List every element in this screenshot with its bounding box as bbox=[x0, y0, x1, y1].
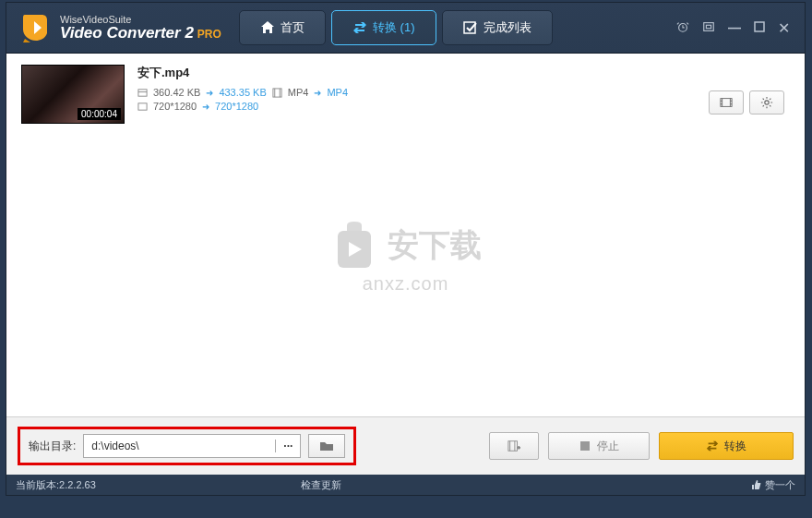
file-item[interactable]: 00:00:04 安下.mp4 360.42 KB ➜ 433.35 KB MP… bbox=[6, 54, 805, 135]
arrow-icon: ➜ bbox=[202, 102, 209, 112]
check-update-link[interactable]: 检查更新 bbox=[301, 478, 341, 492]
svg-rect-4 bbox=[755, 22, 764, 31]
output-label: 输出目录: bbox=[29, 439, 76, 454]
folder-icon bbox=[319, 440, 334, 452]
tab-home-label: 首页 bbox=[281, 19, 304, 36]
add-file-button[interactable] bbox=[489, 432, 539, 460]
window-controls: — ✕ bbox=[676, 19, 797, 37]
stop-label: 停止 bbox=[597, 439, 619, 454]
svg-rect-2 bbox=[704, 22, 714, 30]
arrow-icon: ➜ bbox=[206, 88, 213, 98]
convert-button[interactable]: 转换 bbox=[659, 432, 794, 460]
format-out: MP4 bbox=[327, 87, 348, 98]
maximize-button[interactable] bbox=[754, 20, 765, 35]
version-label: 当前版本:2.2.2.63 bbox=[16, 478, 96, 492]
file-actions bbox=[709, 90, 784, 114]
add-film-icon bbox=[508, 440, 520, 452]
duration-badge: 00:00:04 bbox=[78, 108, 121, 120]
video-thumbnail[interactable]: 00:00:04 bbox=[21, 65, 125, 124]
arrow-icon: ➜ bbox=[314, 88, 321, 98]
svg-rect-10 bbox=[338, 231, 371, 268]
svg-rect-5 bbox=[138, 89, 147, 95]
svg-rect-3 bbox=[706, 25, 710, 29]
app-logo-icon bbox=[19, 11, 53, 44]
film-icon bbox=[720, 96, 733, 109]
tab-completed-label: 完成列表 bbox=[484, 19, 531, 36]
stop-icon bbox=[579, 440, 591, 452]
watermark-icon bbox=[330, 220, 378, 271]
tab-convert-label: 转换 (1) bbox=[373, 19, 415, 36]
watermark: 安下载 anxz.com bbox=[330, 220, 482, 295]
resolution-icon bbox=[137, 102, 148, 112]
convert-label: 转换 bbox=[724, 439, 746, 454]
brand-line1: WiseVideoSuite bbox=[60, 14, 221, 25]
convert-icon bbox=[706, 440, 719, 452]
svg-rect-12 bbox=[580, 441, 590, 451]
convert-icon bbox=[352, 20, 367, 35]
tab-completed[interactable]: 完成列表 bbox=[442, 10, 553, 45]
close-button[interactable]: ✕ bbox=[778, 19, 790, 37]
output-path-input[interactable]: d:\videos\ ··· bbox=[83, 434, 301, 458]
thumbs-up-icon bbox=[750, 479, 761, 490]
resolution-out: 720*1280 bbox=[215, 101, 258, 112]
file-name: 安下.mp4 bbox=[137, 65, 696, 81]
watermark-text1: 安下载 bbox=[388, 224, 482, 267]
resolution-in: 720*1280 bbox=[153, 101, 197, 112]
tab-home[interactable]: 首页 bbox=[239, 10, 326, 45]
svg-rect-6 bbox=[273, 88, 281, 96]
size-out: 433.35 KB bbox=[219, 87, 266, 98]
svg-rect-7 bbox=[138, 102, 147, 109]
file-meta: 安下.mp4 360.42 KB ➜ 433.35 KB MP4 ➜ MP4 7… bbox=[137, 65, 696, 114]
svg-point-9 bbox=[765, 101, 769, 104]
content-area: 00:00:04 安下.mp4 360.42 KB ➜ 433.35 KB MP… bbox=[6, 53, 805, 475]
like-button[interactable]: 赞一个 bbox=[750, 478, 795, 492]
file-list: 00:00:04 安下.mp4 360.42 KB ➜ 433.35 KB MP… bbox=[6, 54, 805, 416]
browse-button[interactable]: ··· bbox=[275, 440, 293, 452]
edit-video-button[interactable] bbox=[709, 90, 744, 114]
open-folder-button[interactable] bbox=[308, 434, 345, 458]
footer-bar: 输出目录: d:\videos\ ··· 停止 转换 bbox=[6, 416, 805, 475]
minimize-button[interactable]: — bbox=[728, 20, 741, 35]
nav-tabs: 首页 转换 (1) 完成列表 bbox=[239, 10, 553, 45]
logo: WiseVideoSuite Video Converter 2 PRO bbox=[19, 11, 239, 44]
skin-icon[interactable] bbox=[702, 20, 715, 36]
checklist-icon bbox=[463, 20, 478, 35]
status-bar: 当前版本:2.2.2.63 检查更新 赞一个 bbox=[6, 475, 805, 495]
format-icon bbox=[272, 88, 282, 98]
output-area-highlight: 输出目录: d:\videos\ ··· bbox=[18, 427, 356, 465]
size-in: 360.42 KB bbox=[153, 87, 200, 98]
output-path-value: d:\videos\ bbox=[91, 440, 138, 452]
size-icon bbox=[137, 88, 148, 98]
format-in: MP4 bbox=[288, 87, 309, 98]
stop-button[interactable]: 停止 bbox=[548, 432, 650, 460]
tab-convert[interactable]: 转换 (1) bbox=[331, 10, 436, 45]
pro-badge: PRO bbox=[197, 29, 221, 41]
gear-icon bbox=[760, 96, 773, 109]
like-label: 赞一个 bbox=[765, 478, 795, 492]
titlebar: WiseVideoSuite Video Converter 2 PRO 首页 … bbox=[6, 3, 805, 53]
alarm-icon[interactable] bbox=[676, 20, 689, 36]
settings-button[interactable] bbox=[749, 90, 784, 114]
brand-line2: Video Converter 2 bbox=[60, 25, 194, 42]
watermark-text2: anxz.com bbox=[363, 273, 449, 295]
home-icon bbox=[260, 20, 275, 35]
